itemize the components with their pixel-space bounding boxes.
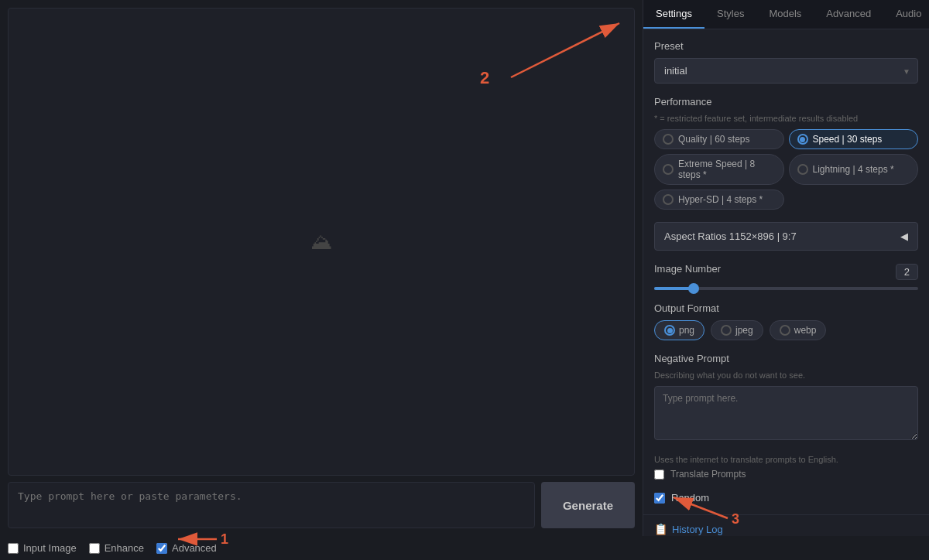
hyper-sd-label: Hyper-SD | 4 steps * — [678, 194, 763, 205]
preset-section: Preset initial custom — [654, 40, 918, 84]
canvas-area: ⛰ — [8, 8, 635, 476]
speed-label: Speed | 30 steps — [813, 134, 883, 145]
translate-section: Uses the internet to translate prompts t… — [654, 455, 918, 480]
tab-settings[interactable]: Settings — [643, 0, 704, 29]
extreme-speed-label: Extreme Speed | 8 steps * — [678, 159, 776, 180]
jpeg-label: jpeg — [735, 325, 753, 336]
extreme-speed-radio — [663, 164, 674, 175]
enhance-checkbox-group[interactable]: Enhance — [89, 542, 144, 554]
enhance-label: Enhance — [105, 542, 144, 554]
internet-note: Uses the internet to translate prompts t… — [654, 455, 918, 464]
quality-radio — [663, 134, 674, 145]
aspect-ratio-section: Aspect Ratios 1152×896 | 9:7 ◀ — [654, 222, 918, 251]
random-section: Random — [654, 492, 918, 504]
bottom-bar: Input Image Enhance Advanced — [0, 536, 929, 560]
negative-prompt-input[interactable] — [654, 386, 918, 440]
speed-radio — [797, 134, 808, 145]
tab-bar: Settings Styles Models Advanced Audio — [643, 0, 929, 29]
hyper-sd-radio — [663, 194, 674, 205]
left-panel: ⛰ Generate — [0, 0, 643, 536]
lightning-label: Lightning | 4 steps * — [813, 164, 894, 175]
image-number-row: Image Number 2 — [654, 263, 918, 281]
output-format-section: Output Format png jpeg webp — [654, 302, 918, 340]
jpeg-radio — [721, 325, 732, 336]
tab-advanced[interactable]: Advanced — [814, 0, 883, 29]
aspect-ratio-arrow-icon: ◀ — [900, 230, 908, 242]
format-png[interactable]: png — [654, 320, 704, 340]
webp-radio — [780, 325, 790, 336]
png-label: png — [679, 325, 694, 336]
webp-label: webp — [794, 325, 817, 336]
advanced-label: Advanced — [172, 542, 217, 554]
history-log-icon: 📋 — [654, 523, 667, 535]
random-checkbox[interactable] — [654, 493, 665, 504]
performance-section: Performance * = restricted feature set, … — [654, 96, 918, 210]
negative-prompt-section: Negative Prompt Describing what you do n… — [654, 353, 918, 442]
perf-hyper-sd[interactable]: Hyper-SD | 4 steps * — [654, 190, 784, 210]
tab-models[interactable]: Models — [756, 0, 814, 29]
image-number-section: Image Number 2 — [654, 263, 918, 290]
input-image-checkbox-group[interactable]: Input Image — [8, 542, 77, 554]
preset-select[interactable]: initial custom — [654, 58, 918, 84]
aspect-ratio-label: Aspect Ratios 1152×896 | 9:7 — [664, 230, 797, 242]
perf-speed[interactable]: Speed | 30 steps — [789, 129, 919, 149]
perf-extreme-speed[interactable]: Extreme Speed | 8 steps * — [654, 154, 784, 185]
aspect-ratio-bar[interactable]: Aspect Ratios 1152×896 | 9:7 ◀ — [654, 222, 918, 251]
performance-sublabel: * = restricted feature set, intermediate… — [654, 114, 918, 123]
input-image-label: Input Image — [23, 542, 77, 554]
right-panel: Settings Styles Models Advanced Audio Pr… — [643, 0, 929, 536]
input-image-checkbox[interactable] — [8, 543, 19, 554]
negative-prompt-label: Negative Prompt — [654, 353, 918, 364]
translate-checkbox[interactable] — [654, 470, 664, 480]
prompt-area: Generate — [8, 482, 635, 528]
preset-wrapper: initial custom — [654, 58, 918, 84]
format-jpeg[interactable]: jpeg — [711, 320, 763, 340]
png-radio — [664, 325, 675, 336]
canvas-placeholder-icon: ⛰ — [310, 229, 332, 254]
enhance-checkbox[interactable] — [89, 543, 100, 554]
format-options: png jpeg webp — [654, 320, 918, 340]
performance-label: Performance — [654, 96, 918, 108]
perf-quality[interactable]: Quality | 60 steps — [654, 129, 784, 149]
advanced-checkbox[interactable] — [156, 543, 167, 554]
quality-label: Quality | 60 steps — [678, 134, 750, 145]
random-row[interactable]: Random — [654, 492, 918, 504]
translate-label: Translate Prompts — [670, 469, 746, 480]
tab-styles[interactable]: Styles — [704, 0, 756, 29]
random-label: Random — [671, 492, 709, 504]
preset-label: Preset — [654, 40, 918, 52]
advanced-checkbox-group[interactable]: Advanced — [156, 542, 217, 554]
perf-lightning[interactable]: Lightning | 4 steps * — [789, 154, 919, 185]
settings-content: Preset initial custom Performance * = re… — [643, 29, 929, 514]
history-log[interactable]: 📋 History Log — [643, 514, 929, 536]
negative-prompt-sublabel: Describing what you do not want to see. — [654, 370, 918, 380]
lightning-radio — [797, 164, 808, 175]
generate-button[interactable]: Generate — [541, 482, 635, 528]
image-number-slider[interactable] — [654, 287, 918, 290]
history-log-label: History Log — [672, 524, 723, 535]
prompt-input[interactable] — [8, 482, 535, 528]
image-number-label: Image Number — [654, 263, 721, 275]
translate-row[interactable]: Translate Prompts — [654, 469, 918, 480]
slider-thumb[interactable] — [688, 283, 699, 294]
image-number-value: 2 — [896, 264, 918, 280]
performance-options: Quality | 60 steps Speed | 30 steps Extr… — [654, 129, 918, 210]
format-webp[interactable]: webp — [770, 320, 827, 340]
output-format-label: Output Format — [654, 302, 918, 314]
tab-audio[interactable]: Audio — [883, 0, 929, 29]
